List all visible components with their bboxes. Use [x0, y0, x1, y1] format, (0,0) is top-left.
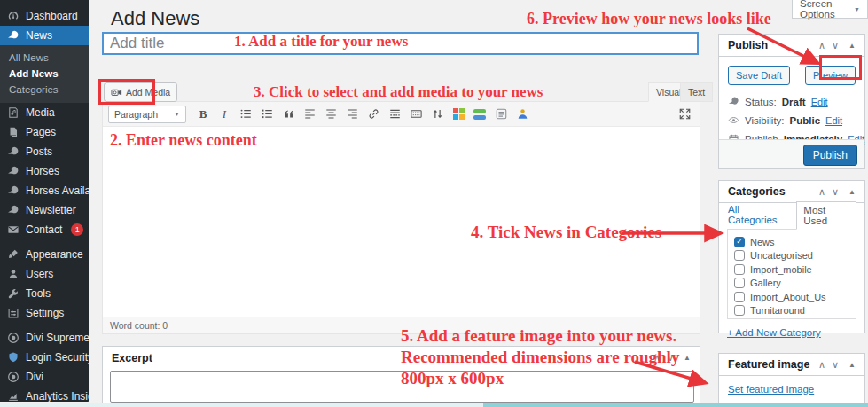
user-lock-icon — [516, 107, 529, 121]
sidebar-item-label: Horses — [26, 165, 59, 177]
layout-insert-button[interactable] — [449, 106, 468, 123]
bold-button[interactable]: B — [193, 106, 213, 123]
dashboard-icon — [7, 10, 20, 22]
sidebar-item-tools[interactable]: Tools — [0, 284, 89, 303]
sidebar-item-media[interactable]: Media — [0, 103, 89, 122]
move-down-icon[interactable]: ∨ — [832, 40, 839, 51]
move-up-icon[interactable]: ∧ — [818, 40, 825, 51]
toggle-panel-icon[interactable]: ▲ — [684, 354, 691, 362]
divi-icon — [7, 371, 20, 383]
align-left-icon — [303, 107, 317, 121]
sidebar-item-login-security[interactable]: Login Security — [0, 348, 89, 367]
sidebar-item-pages[interactable]: Pages — [0, 122, 89, 142]
sidebar-item-news[interactable]: News — [0, 26, 89, 45]
sidebar-item-dashboard[interactable]: Dashboard — [0, 6, 89, 26]
read-more-button[interactable] — [385, 106, 404, 123]
category-label: Import_About_Us — [750, 292, 826, 302]
paragraph-format-dropdown[interactable]: Paragraph ▼ — [108, 106, 186, 123]
sidebar-item-posts[interactable]: Posts — [0, 142, 89, 161]
member-access-button[interactable] — [512, 106, 532, 123]
distraction-free-button[interactable] — [427, 106, 447, 123]
wrench-icon — [7, 287, 20, 300]
sidebar-item-categories[interactable]: Categories — [0, 82, 89, 98]
tab-text-editor[interactable]: Text — [680, 82, 713, 102]
sidebar-item-contact[interactable]: Contact1 — [0, 220, 89, 239]
panel-title: Categories — [728, 185, 786, 198]
sidebar-item-users[interactable]: Users — [0, 264, 89, 284]
blockquote-button[interactable] — [278, 106, 298, 123]
status-value: Draft — [782, 97, 806, 107]
admin-sidebar: Dashboard News All News Add News Categor… — [0, 0, 89, 402]
edit-status-link[interactable]: Edit — [811, 97, 828, 107]
excerpt-panel-header[interactable]: Excerpt ∧ ∨ ▲ — [103, 347, 700, 369]
tab-most-used[interactable]: Most Used — [796, 201, 856, 230]
excerpt-textarea[interactable] — [110, 371, 694, 403]
screen-options-button[interactable]: Screen Options ▼ — [792, 0, 868, 19]
sidebar-item-label: Analytics Insights — [26, 390, 89, 402]
sidebar-item-horses-available[interactable]: Horses Available — [0, 181, 89, 200]
move-down-icon[interactable]: ∨ — [667, 352, 674, 364]
sidebar-item-analytics-insights[interactable]: Analytics Insights — [0, 387, 89, 402]
sidebar-item-settings[interactable]: Settings — [0, 303, 89, 323]
submenu-label: All News — [9, 52, 49, 63]
green-blue-bars-icon — [473, 109, 486, 120]
numbered-list-button[interactable] — [257, 106, 277, 123]
keyboard-shortcuts-button[interactable] — [406, 106, 426, 123]
sidebar-item-horses[interactable]: Horses — [0, 161, 89, 181]
toggle-panel-icon[interactable]: ▲ — [848, 42, 856, 50]
category-checkbox-turnitaround[interactable]: Turnitaround — [734, 304, 856, 318]
move-up-icon[interactable]: ∧ — [653, 352, 661, 364]
sidebar-item-label: News — [26, 29, 52, 42]
save-draft-button[interactable]: Save Draft — [728, 66, 790, 85]
category-checkbox-gallery[interactable]: Gallery — [734, 277, 856, 291]
sidebar-item-add-news[interactable]: Add News — [0, 66, 89, 82]
sidebar-item-label: Tools — [26, 287, 51, 300]
categories-panel-header[interactable]: Categories ∧ ∨ ▲ — [719, 181, 864, 203]
edit-visibility-link[interactable]: Edit — [825, 115, 842, 126]
chevron-down-icon: ▼ — [854, 6, 860, 12]
set-featured-image-link[interactable]: Set featured image — [728, 384, 814, 395]
category-checkbox-import-mobile[interactable]: Import_mobile — [734, 262, 856, 277]
featured-image-panel-header[interactable]: Featured image ∧ ∨ ▲ — [719, 354, 864, 376]
form-list-button[interactable] — [491, 106, 511, 123]
pages-icon — [7, 126, 20, 138]
italic-button[interactable]: I — [215, 106, 234, 123]
sidebar-item-divi-supreme-pro[interactable]: Divi Supreme Pro — [0, 328, 89, 348]
panel-title: Excerpt — [112, 352, 152, 364]
list-box-icon — [495, 107, 508, 121]
brush-icon — [7, 248, 20, 261]
align-right-button[interactable] — [342, 106, 362, 123]
publish-panel-header[interactable]: Publish ∧ ∨ ▲ — [719, 35, 864, 57]
editor-content-area[interactable] — [103, 127, 700, 310]
move-down-icon[interactable]: ∨ — [832, 186, 839, 198]
sidebar-item-divi[interactable]: Divi — [0, 367, 89, 387]
toggle-panel-icon[interactable]: ▲ — [848, 361, 856, 369]
preview-button[interactable]: Preview — [805, 66, 856, 85]
category-checkbox-news[interactable]: News — [734, 235, 856, 249]
shortcode-bars-button[interactable] — [470, 106, 489, 123]
sidebar-item-newsletter[interactable]: Newsletter — [0, 200, 89, 220]
align-center-button[interactable] — [321, 106, 340, 123]
post-title-input[interactable] — [102, 32, 699, 55]
move-up-icon[interactable]: ∧ — [818, 186, 825, 198]
category-checkbox-import-about-us[interactable]: Import_About_Us — [734, 290, 856, 304]
category-label: Uncategorised — [750, 250, 813, 261]
sidebar-item-label: Newsletter — [26, 204, 76, 216]
bulleted-list-button[interactable] — [236, 106, 255, 123]
fullscreen-button[interactable] — [675, 106, 694, 123]
add-new-category-link[interactable]: + Add New Category — [727, 327, 821, 338]
panel-title: Featured image — [728, 358, 809, 371]
colored-squares-icon — [453, 108, 465, 120]
featured-image-panel: Featured image ∧ ∨ ▲ Set featured image — [718, 353, 865, 407]
sidebar-item-appearance[interactable]: Appearance — [0, 245, 89, 264]
move-up-icon[interactable]: ∧ — [818, 359, 825, 371]
publish-button[interactable]: Publish — [803, 145, 857, 166]
toggle-panel-icon[interactable]: ▲ — [848, 188, 856, 196]
tab-all-categories[interactable]: All Categories — [727, 204, 789, 229]
add-media-button[interactable]: Add Media — [104, 82, 177, 102]
insert-link-button[interactable] — [364, 106, 383, 123]
sidebar-item-all-news[interactable]: All News — [0, 50, 89, 66]
category-checkbox-uncategorised[interactable]: Uncategorised — [734, 249, 856, 263]
align-left-button[interactable] — [300, 106, 319, 123]
move-down-icon[interactable]: ∨ — [832, 359, 839, 371]
